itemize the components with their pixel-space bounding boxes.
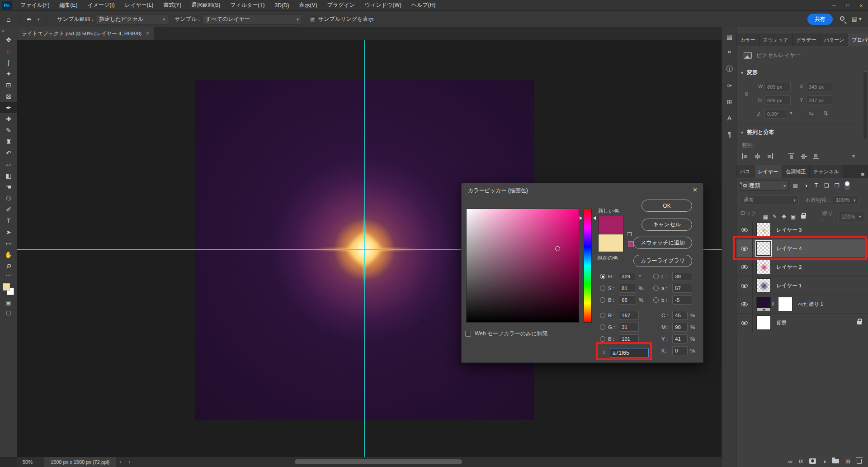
layer-name[interactable]: レイヤー 3: [776, 227, 802, 234]
sample-ring-checkbox[interactable]: ✓: [310, 16, 316, 22]
menu-filter[interactable]: フィルター(T): [225, 0, 269, 11]
ok-button[interactable]: OK: [642, 200, 692, 212]
width-field[interactable]: 809 px: [764, 82, 791, 91]
screen-mode-icon[interactable]: ▢: [0, 308, 17, 318]
h-field[interactable]: 329: [619, 272, 636, 281]
brush-settings-panel-icon[interactable]: ✑: [722, 79, 737, 92]
lock-position-icon[interactable]: ✥: [782, 214, 786, 220]
opacity-dropdown[interactable]: 100% ▾: [833, 195, 859, 205]
crop-tool[interactable]: ⊡: [0, 79, 17, 91]
marquee-tool[interactable]: ◌: [0, 45, 17, 57]
lasso-tool[interactable]: ʃ: [0, 57, 17, 68]
home-icon[interactable]: ⌂: [6, 15, 11, 24]
brush-tool[interactable]: ✎: [0, 124, 17, 136]
layer-filter-dropdown[interactable]: 種類 ▾: [740, 181, 789, 191]
add-to-swatches-button[interactable]: スウォッチに追加: [633, 237, 692, 249]
tab-gradients[interactable]: グラデー: [793, 33, 821, 46]
new-group-icon[interactable]: [832, 459, 839, 463]
lock-transparency-icon[interactable]: ▦: [763, 214, 768, 220]
info-panel-icon[interactable]: ⓘ: [722, 62, 737, 76]
k-field[interactable]: 0: [672, 346, 688, 355]
g-radio[interactable]: [600, 324, 605, 330]
visibility-eye-icon[interactable]: [741, 265, 748, 269]
c-field[interactable]: 45: [672, 311, 688, 320]
adjustment-layer-icon[interactable]: ◑: [822, 458, 826, 465]
fill-dropdown[interactable]: 100% ▾: [838, 212, 864, 222]
properties-scrollbar[interactable]: [863, 71, 867, 139]
menu-edit[interactable]: 編集(E): [54, 0, 82, 11]
layer-row-2[interactable]: レイヤー 2: [736, 258, 868, 276]
lock-all-icon[interactable]: [801, 215, 806, 219]
color-swatch-control[interactable]: [0, 282, 17, 298]
status-chevron-right-icon[interactable]: ›: [119, 459, 121, 465]
menu-help[interactable]: ヘルプ(H): [406, 0, 441, 11]
align-top-icon[interactable]: [788, 153, 795, 159]
angle-dropdown-icon[interactable]: ▾: [790, 110, 793, 116]
filter-toggle[interactable]: [844, 181, 850, 190]
angle-field[interactable]: 0.00°: [764, 109, 788, 119]
link-layers-icon[interactable]: ∞: [788, 458, 793, 465]
toolbar-more-icon[interactable]: ⋯: [0, 272, 17, 281]
a-radio[interactable]: [653, 286, 659, 291]
align-left-icon[interactable]: [742, 153, 749, 159]
link-dimensions-icon[interactable]: ∞: [745, 90, 749, 97]
layer-thumbnail[interactable]: [756, 278, 771, 293]
history-brush-tool[interactable]: ↶: [0, 147, 17, 158]
horizontal-scrollbar[interactable]: [132, 457, 722, 467]
menu-layer[interactable]: レイヤー(L): [120, 0, 159, 11]
m-field[interactable]: 98: [672, 323, 688, 332]
tab-channels[interactable]: チャンネル: [810, 165, 843, 178]
y-field[interactable]: 347 px: [806, 95, 832, 105]
hue-marker-right-icon[interactable]: [593, 216, 596, 220]
layers-panel-menu-icon[interactable]: ≡: [857, 171, 868, 178]
add-mask-icon[interactable]: [809, 458, 816, 464]
b-radio[interactable]: [600, 297, 605, 303]
gradient-tool[interactable]: ◧: [0, 170, 17, 181]
lock-artboard-icon[interactable]: ▣: [791, 214, 796, 220]
workspace-icon[interactable]: ▤ ▾: [852, 15, 862, 22]
clone-source-panel-icon[interactable]: ⊞: [722, 95, 737, 109]
pen-tool[interactable]: ✐: [0, 204, 17, 215]
horizontal-scrollbar-thumb[interactable]: [295, 459, 462, 464]
layer-mask-thumbnail[interactable]: [778, 297, 793, 311]
fill-layer-thumbnail[interactable]: [756, 297, 771, 311]
b-lab-radio[interactable]: [653, 297, 659, 303]
quick-mask-icon[interactable]: ▣: [0, 298, 17, 308]
filter-adjustment-layers-icon[interactable]: ◑: [802, 182, 810, 189]
r-radio[interactable]: [600, 313, 605, 318]
r-field[interactable]: 167: [619, 311, 639, 320]
transform-section-header[interactable]: ▾ 変形: [736, 64, 868, 80]
comments-panel-icon[interactable]: ❝: [722, 46, 737, 60]
smudge-tool[interactable]: ☚: [0, 181, 17, 192]
filter-type-layers-icon[interactable]: T: [812, 182, 820, 189]
menu-select[interactable]: 選択範囲(S): [186, 0, 225, 11]
saturation-brightness-field[interactable]: [466, 209, 579, 323]
l-radio[interactable]: [653, 274, 659, 279]
layer-row-background[interactable]: 背景: [736, 314, 868, 332]
delete-layer-icon[interactable]: [857, 459, 862, 464]
menu-image[interactable]: イメージ(I): [82, 0, 119, 11]
menu-window[interactable]: ウィンドウ(W): [360, 0, 406, 11]
visibility-eye-icon[interactable]: [741, 228, 748, 232]
eyedropper-tool-icon[interactable]: ✒ ▾: [27, 16, 40, 23]
tab-patterns[interactable]: パターン: [821, 33, 849, 46]
dodge-tool[interactable]: ⚆: [0, 192, 17, 204]
character-panel-icon[interactable]: A: [722, 111, 737, 125]
vertical-guide[interactable]: [364, 40, 365, 457]
align-center-horizontal-icon[interactable]: [754, 153, 761, 159]
hue-slider[interactable]: [584, 209, 592, 323]
magic-wand-tool[interactable]: ✦: [0, 68, 17, 79]
tab-color[interactable]: カラー: [736, 33, 760, 46]
frame-tool[interactable]: ⊠: [0, 91, 17, 102]
color-library-button[interactable]: カラーライブラリ: [633, 255, 692, 267]
tab-adjustments[interactable]: 色調補正: [782, 165, 810, 178]
zoom-level[interactable]: 50%: [23, 459, 44, 465]
b-lab-field[interactable]: -5: [672, 295, 692, 305]
maximize-button[interactable]: □: [841, 0, 854, 11]
visibility-eye-icon[interactable]: [741, 302, 748, 306]
l-field[interactable]: 39: [672, 272, 692, 281]
layer-row-1[interactable]: レイヤー 1: [736, 276, 868, 295]
scroll-left-icon[interactable]: ‹: [128, 459, 130, 465]
h-radio[interactable]: [600, 274, 605, 279]
hand-tool[interactable]: ✋: [0, 249, 17, 260]
